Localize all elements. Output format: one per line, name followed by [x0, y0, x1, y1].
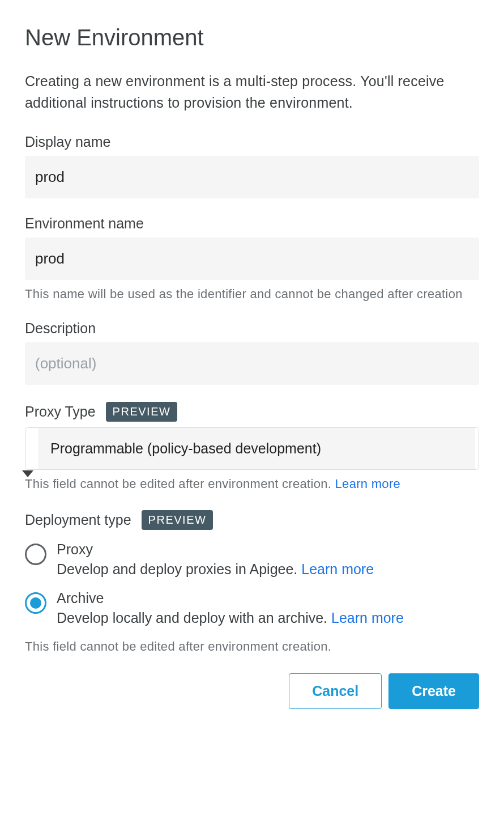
cancel-button[interactable]: Cancel [289, 673, 382, 709]
radio-icon[interactable] [25, 592, 46, 614]
deployment-option-desc: Develop and deploy proxies in Apigee. [57, 561, 301, 577]
deployment-type-label: Deployment type [25, 512, 131, 528]
chevron-down-icon [22, 470, 33, 477]
environment-name-field: Environment name This name will be used … [25, 215, 479, 303]
proxy-type-helper: This field cannot be edited after enviro… [25, 477, 335, 491]
deployment-type-field: Deployment type PREVIEW Proxy Develop an… [25, 510, 479, 629]
display-name-input[interactable] [25, 156, 479, 198]
preview-badge: PREVIEW [142, 510, 213, 530]
dialog-actions: Cancel Create [25, 673, 479, 709]
environment-name-label: Environment name [25, 215, 479, 232]
proxy-type-field: Proxy Type PREVIEW Programmable (policy-… [25, 402, 479, 493]
display-name-label: Display name [25, 134, 479, 150]
proxy-learn-more-link[interactable]: Learn more [301, 561, 374, 577]
description-input[interactable] [25, 342, 479, 385]
deployment-option-archive[interactable]: Archive Develop locally and deploy with … [25, 590, 479, 629]
preview-badge: PREVIEW [106, 402, 178, 422]
description-field: Description [25, 320, 479, 385]
deployment-option-desc: Develop locally and deploy with an archi… [57, 610, 331, 626]
radio-icon[interactable] [25, 544, 46, 565]
description-label: Description [25, 320, 479, 337]
proxy-type-select[interactable]: Programmable (policy-based development) [25, 427, 479, 470]
proxy-type-selected-value: Programmable (policy-based development) [38, 428, 475, 469]
environment-name-helper: This name will be used as the identifier… [25, 286, 479, 303]
create-button[interactable]: Create [388, 673, 479, 709]
deployment-option-title: Archive [57, 590, 479, 606]
intro-text: Creating a new environment is a multi-st… [25, 71, 479, 113]
deployment-option-title: Proxy [57, 541, 479, 558]
environment-name-input[interactable] [25, 237, 479, 280]
display-name-field: Display name [25, 134, 479, 198]
deployment-option-proxy[interactable]: Proxy Develop and deploy proxies in Apig… [25, 541, 479, 580]
page-title: New Environment [25, 25, 479, 50]
proxy-type-label: Proxy Type [25, 404, 96, 420]
deployment-type-footer: This field cannot be edited after enviro… [25, 639, 479, 654]
archive-learn-more-link[interactable]: Learn more [331, 610, 404, 626]
proxy-type-learn-more-link[interactable]: Learn more [335, 477, 401, 491]
